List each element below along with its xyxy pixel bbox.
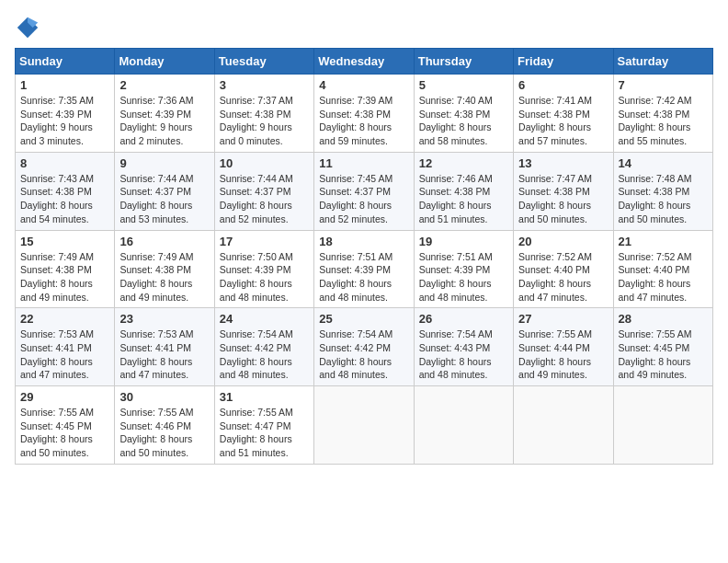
day-cell-15: 15 Sunrise: 7:49 AMSunset: 4:38 PMDaylig… xyxy=(16,230,115,308)
day-number: 15 xyxy=(20,235,109,248)
day-sunrise: Sunrise: 7:51 AMSunset: 4:39 PMDaylight:… xyxy=(319,251,392,303)
day-sunrise: Sunrise: 7:52 AMSunset: 4:40 PMDaylight:… xyxy=(518,251,592,303)
empty-cell xyxy=(514,386,613,465)
calendar-week-2: 8 Sunrise: 7:43 AMSunset: 4:38 PMDayligh… xyxy=(16,152,713,230)
day-sunrise: Sunrise: 7:49 AMSunset: 4:38 PMDaylight:… xyxy=(119,251,193,303)
day-number: 28 xyxy=(619,312,708,326)
day-sunrise: Sunrise: 7:47 AMSunset: 4:38 PMDaylight:… xyxy=(518,173,592,224)
column-header-saturday: Saturday xyxy=(613,49,712,75)
day-number: 26 xyxy=(419,312,508,326)
day-sunrise: Sunrise: 7:40 AMSunset: 4:38 PMDaylight:… xyxy=(419,95,493,146)
day-sunrise: Sunrise: 7:44 AMSunset: 4:37 PMDaylight:… xyxy=(220,173,293,224)
day-number: 8 xyxy=(20,156,109,170)
day-cell-14: 14 Sunrise: 7:48 AMSunset: 4:38 PMDaylig… xyxy=(613,152,712,230)
day-cell-17: 17 Sunrise: 7:50 AMSunset: 4:39 PMDaylig… xyxy=(214,230,313,308)
day-number: 12 xyxy=(419,156,508,170)
day-number: 21 xyxy=(619,235,708,248)
day-sunrise: Sunrise: 7:41 AMSunset: 4:38 PMDaylight:… xyxy=(518,95,592,146)
day-sunrise: Sunrise: 7:53 AMSunset: 4:41 PMDaylight:… xyxy=(119,328,193,380)
day-cell-12: 12 Sunrise: 7:46 AMSunset: 4:38 PMDaylig… xyxy=(414,152,513,230)
day-cell-18: 18 Sunrise: 7:51 AMSunset: 4:39 PMDaylig… xyxy=(314,230,414,308)
day-sunrise: Sunrise: 7:46 AMSunset: 4:38 PMDaylight:… xyxy=(419,173,493,224)
day-number: 5 xyxy=(419,78,508,92)
day-cell-1: 1 Sunrise: 7:35 AMSunset: 4:39 PMDayligh… xyxy=(16,75,115,153)
day-sunrise: Sunrise: 7:36 AMSunset: 4:39 PMDaylight:… xyxy=(119,95,193,146)
calendar-week-3: 15 Sunrise: 7:49 AMSunset: 4:38 PMDaylig… xyxy=(16,230,713,308)
day-cell-31: 31 Sunrise: 7:55 AMSunset: 4:47 PMDaylig… xyxy=(214,386,313,465)
day-cell-23: 23 Sunrise: 7:53 AMSunset: 4:41 PMDaylig… xyxy=(115,308,214,386)
day-cell-24: 24 Sunrise: 7:54 AMSunset: 4:42 PMDaylig… xyxy=(214,308,313,386)
day-cell-7: 7 Sunrise: 7:42 AMSunset: 4:38 PMDayligh… xyxy=(613,75,712,153)
day-sunrise: Sunrise: 7:37 AMSunset: 4:38 PMDaylight:… xyxy=(220,95,293,146)
day-sunrise: Sunrise: 7:52 AMSunset: 4:40 PMDaylight:… xyxy=(619,251,692,303)
calendar-week-4: 22 Sunrise: 7:53 AMSunset: 4:41 PMDaylig… xyxy=(16,308,713,386)
day-cell-5: 5 Sunrise: 7:40 AMSunset: 4:38 PMDayligh… xyxy=(414,75,513,153)
column-header-monday: Monday xyxy=(115,49,214,75)
day-cell-22: 22 Sunrise: 7:53 AMSunset: 4:41 PMDaylig… xyxy=(16,308,115,386)
logo-icon xyxy=(15,15,40,40)
day-cell-19: 19 Sunrise: 7:51 AMSunset: 4:39 PMDaylig… xyxy=(414,230,513,308)
day-cell-9: 9 Sunrise: 7:44 AMSunset: 4:37 PMDayligh… xyxy=(115,152,214,230)
day-number: 19 xyxy=(419,235,508,248)
day-cell-27: 27 Sunrise: 7:55 AMSunset: 4:44 PMDaylig… xyxy=(514,308,613,386)
day-number: 9 xyxy=(119,156,209,170)
day-number: 23 xyxy=(119,312,209,326)
day-sunrise: Sunrise: 7:55 AMSunset: 4:47 PMDaylight:… xyxy=(220,407,293,458)
day-cell-2: 2 Sunrise: 7:36 AMSunset: 4:39 PMDayligh… xyxy=(115,75,214,153)
day-cell-30: 30 Sunrise: 7:55 AMSunset: 4:46 PMDaylig… xyxy=(115,386,214,465)
day-number: 16 xyxy=(119,235,209,248)
day-sunrise: Sunrise: 7:54 AMSunset: 4:42 PMDaylight:… xyxy=(319,328,392,380)
day-cell-11: 11 Sunrise: 7:45 AMSunset: 4:37 PMDaylig… xyxy=(314,152,414,230)
day-number: 2 xyxy=(119,78,209,92)
empty-cell xyxy=(314,386,414,465)
day-cell-26: 26 Sunrise: 7:54 AMSunset: 4:43 PMDaylig… xyxy=(414,308,513,386)
day-cell-29: 29 Sunrise: 7:55 AMSunset: 4:45 PMDaylig… xyxy=(16,386,115,465)
day-number: 17 xyxy=(220,235,309,248)
day-sunrise: Sunrise: 7:55 AMSunset: 4:46 PMDaylight:… xyxy=(119,407,193,458)
day-sunrise: Sunrise: 7:44 AMSunset: 4:37 PMDaylight:… xyxy=(119,173,193,224)
day-sunrise: Sunrise: 7:49 AMSunset: 4:38 PMDaylight:… xyxy=(20,251,94,303)
column-header-friday: Friday xyxy=(514,49,613,75)
empty-cell xyxy=(613,386,712,465)
day-number: 18 xyxy=(319,235,408,248)
day-number: 13 xyxy=(518,156,608,170)
day-cell-28: 28 Sunrise: 7:55 AMSunset: 4:45 PMDaylig… xyxy=(613,308,712,386)
day-sunrise: Sunrise: 7:42 AMSunset: 4:38 PMDaylight:… xyxy=(619,95,692,146)
day-cell-3: 3 Sunrise: 7:37 AMSunset: 4:38 PMDayligh… xyxy=(214,75,313,153)
day-number: 27 xyxy=(518,312,608,326)
calendar-table: SundayMondayTuesdayWednesdayThursdayFrid… xyxy=(15,48,713,465)
day-number: 14 xyxy=(619,156,708,170)
day-sunrise: Sunrise: 7:53 AMSunset: 4:41 PMDaylight:… xyxy=(20,328,94,380)
day-number: 6 xyxy=(518,78,608,92)
day-cell-6: 6 Sunrise: 7:41 AMSunset: 4:38 PMDayligh… xyxy=(514,75,613,153)
column-header-thursday: Thursday xyxy=(414,49,513,75)
day-sunrise: Sunrise: 7:51 AMSunset: 4:39 PMDaylight:… xyxy=(419,251,493,303)
column-header-sunday: Sunday xyxy=(16,49,115,75)
logo xyxy=(15,15,44,40)
calendar-week-5: 29 Sunrise: 7:55 AMSunset: 4:45 PMDaylig… xyxy=(16,386,713,465)
day-cell-4: 4 Sunrise: 7:39 AMSunset: 4:38 PMDayligh… xyxy=(314,75,414,153)
day-cell-13: 13 Sunrise: 7:47 AMSunset: 4:38 PMDaylig… xyxy=(514,152,613,230)
day-number: 24 xyxy=(220,312,309,326)
column-header-wednesday: Wednesday xyxy=(314,49,414,75)
day-sunrise: Sunrise: 7:45 AMSunset: 4:37 PMDaylight:… xyxy=(319,173,392,224)
day-cell-21: 21 Sunrise: 7:52 AMSunset: 4:40 PMDaylig… xyxy=(613,230,712,308)
empty-cell xyxy=(414,386,513,465)
day-cell-25: 25 Sunrise: 7:54 AMSunset: 4:42 PMDaylig… xyxy=(314,308,414,386)
day-cell-10: 10 Sunrise: 7:44 AMSunset: 4:37 PMDaylig… xyxy=(214,152,313,230)
calendar-week-1: 1 Sunrise: 7:35 AMSunset: 4:39 PMDayligh… xyxy=(16,75,713,153)
day-number: 7 xyxy=(619,78,708,92)
page-header xyxy=(15,15,713,40)
day-sunrise: Sunrise: 7:55 AMSunset: 4:44 PMDaylight:… xyxy=(518,328,592,380)
day-number: 22 xyxy=(20,312,109,326)
day-number: 29 xyxy=(20,390,109,404)
day-cell-16: 16 Sunrise: 7:49 AMSunset: 4:38 PMDaylig… xyxy=(115,230,214,308)
day-number: 31 xyxy=(220,390,309,404)
column-header-tuesday: Tuesday xyxy=(214,49,313,75)
day-number: 20 xyxy=(518,235,608,248)
day-number: 1 xyxy=(20,78,109,92)
day-sunrise: Sunrise: 7:35 AMSunset: 4:39 PMDaylight:… xyxy=(20,95,94,146)
day-number: 10 xyxy=(220,156,309,170)
day-sunrise: Sunrise: 7:54 AMSunset: 4:43 PMDaylight:… xyxy=(419,328,493,380)
day-sunrise: Sunrise: 7:54 AMSunset: 4:42 PMDaylight:… xyxy=(220,328,293,380)
